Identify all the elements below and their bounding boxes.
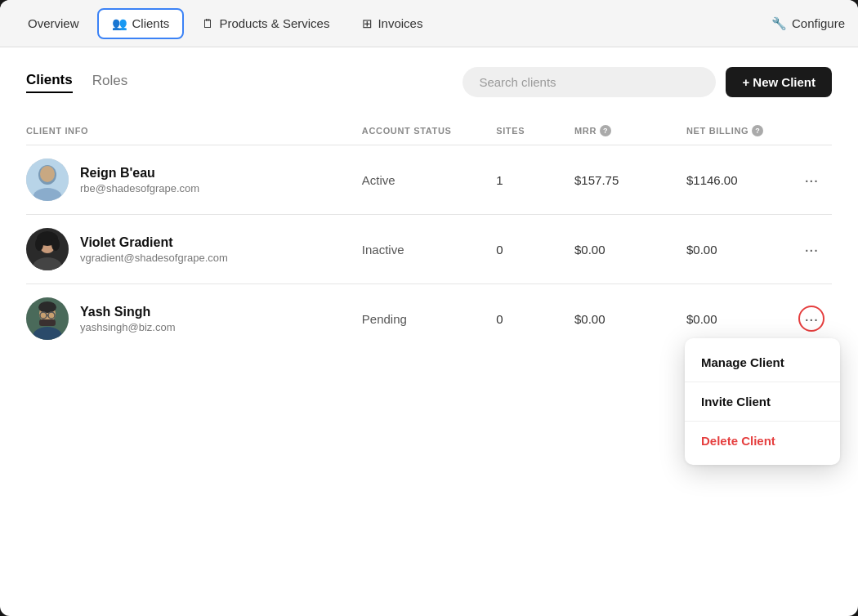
new-client-button[interactable]: + New Client	[726, 67, 832, 97]
nav-configure[interactable]: 🔧 Configure	[771, 16, 845, 31]
table-header: CLIENT INFO ACCOUNT STATUS SITES MRR ? N…	[26, 117, 832, 145]
top-nav: Overview 👥 Clients 🗒 Products & Services…	[0, 0, 858, 47]
search-input[interactable]	[463, 67, 716, 97]
more-actions-button[interactable]: ···	[798, 236, 824, 262]
client-info-yash-singh: Yash Singh yashsingh@biz.com	[26, 297, 362, 340]
menu-divider	[685, 421, 840, 422]
sub-nav-right: + New Client	[463, 67, 832, 97]
more-actions-button-active[interactable]: ···	[798, 306, 824, 332]
configure-icon: 🔧	[771, 16, 787, 31]
net-billing-help-icon[interactable]: ?	[752, 125, 763, 136]
overview-label: Overview	[28, 16, 79, 30]
manage-client-item[interactable]: Manage Client	[685, 345, 840, 380]
mrr-value: $0.00	[574, 312, 686, 326]
client-name: Reign B'eau	[80, 166, 199, 181]
mrr-value: $0.00	[574, 243, 686, 257]
svg-point-3	[40, 166, 55, 182]
nav-item-products[interactable]: 🗒 Products & Services	[187, 8, 344, 38]
mrr-help-icon[interactable]: ?	[600, 125, 611, 136]
products-icon: 🗒	[202, 16, 214, 30]
nav-item-invoices[interactable]: ⊞ Invoices	[347, 8, 437, 39]
client-info-violet-gradient: Violet Gradient vgradient@shadesofgrape.…	[26, 228, 362, 270]
client-info-reign-beau: Reign B'eau rbe@shadesofgrape.com	[26, 158, 362, 201]
client-name: Yash Singh	[80, 305, 176, 319]
account-status: Active	[362, 173, 496, 187]
sites-count: 0	[496, 243, 574, 257]
dropdown-wrap: ··· Manage Client Invite Client Delete C…	[798, 306, 832, 332]
sites-count: 1	[496, 173, 574, 187]
client-email: yashsingh@biz.com	[80, 321, 176, 333]
net-billing-value: $0.00	[686, 243, 798, 257]
col-header-client-info: CLIENT INFO	[26, 125, 362, 136]
clients-icon: 👥	[112, 16, 127, 31]
col-header-account-status: ACCOUNT STATUS	[362, 125, 496, 136]
client-email: rbe@shadesofgrape.com	[80, 182, 199, 194]
client-details: Reign B'eau rbe@shadesofgrape.com	[80, 166, 199, 194]
col-header-sites: SITES	[496, 125, 574, 136]
search-wrap	[463, 67, 716, 97]
net-billing-value: $0.00	[686, 312, 798, 326]
avatar	[26, 297, 69, 340]
net-billing-value: $1146.00	[686, 173, 798, 187]
col-header-actions	[798, 125, 832, 136]
client-details: Yash Singh yashsingh@biz.com	[80, 305, 176, 333]
sites-count: 0	[496, 312, 574, 326]
table-row: Yash Singh yashsingh@biz.com Pending 0 $…	[26, 284, 832, 353]
sub-nav: Clients Roles + New Client	[26, 67, 832, 97]
mrr-value: $157.75	[574, 173, 686, 187]
main-content: Clients Roles + New Client CLIENT INFO A…	[0, 47, 858, 373]
tab-clients[interactable]: Clients	[26, 72, 73, 93]
col-header-net-billing: NET BILLING ?	[686, 125, 798, 136]
svg-rect-14	[39, 319, 56, 326]
account-status: Pending	[362, 312, 496, 326]
nav-item-overview[interactable]: Overview	[13, 8, 94, 38]
context-menu: Manage Client Invite Client Delete Clien…	[685, 338, 840, 465]
table-row: Violet Gradient vgradient@shadesofgrape.…	[26, 215, 832, 284]
svg-point-13	[38, 301, 56, 313]
client-email: vgradient@shadesofgrape.com	[80, 252, 228, 264]
client-name: Violet Gradient	[80, 235, 228, 250]
products-label: Products & Services	[219, 16, 329, 30]
clients-table: CLIENT INFO ACCOUNT STATUS SITES MRR ? N…	[26, 117, 832, 353]
nav-item-clients[interactable]: 👥 Clients	[97, 8, 185, 39]
client-details: Violet Gradient vgradient@shadesofgrape.…	[80, 235, 228, 264]
menu-divider	[685, 382, 840, 382]
configure-label: Configure	[792, 16, 845, 30]
invoices-icon: ⊞	[362, 16, 373, 31]
invoices-label: Invoices	[378, 16, 422, 30]
app-window: Overview 👥 Clients 🗒 Products & Services…	[0, 0, 858, 616]
tab-roles[interactable]: Roles	[92, 73, 127, 92]
col-header-mrr: MRR ?	[574, 125, 686, 136]
svg-point-8	[35, 238, 43, 251]
more-actions-button[interactable]: ···	[798, 167, 824, 193]
avatar	[26, 228, 69, 270]
sub-nav-left: Clients Roles	[26, 72, 463, 93]
svg-point-9	[51, 238, 60, 251]
invite-client-item[interactable]: Invite Client	[685, 384, 840, 419]
clients-label: Clients	[132, 16, 170, 30]
delete-client-item[interactable]: Delete Client	[685, 423, 840, 458]
avatar	[26, 158, 69, 201]
table-row: Reign B'eau rbe@shadesofgrape.com Active…	[26, 145, 832, 215]
account-status: Inactive	[362, 243, 496, 257]
